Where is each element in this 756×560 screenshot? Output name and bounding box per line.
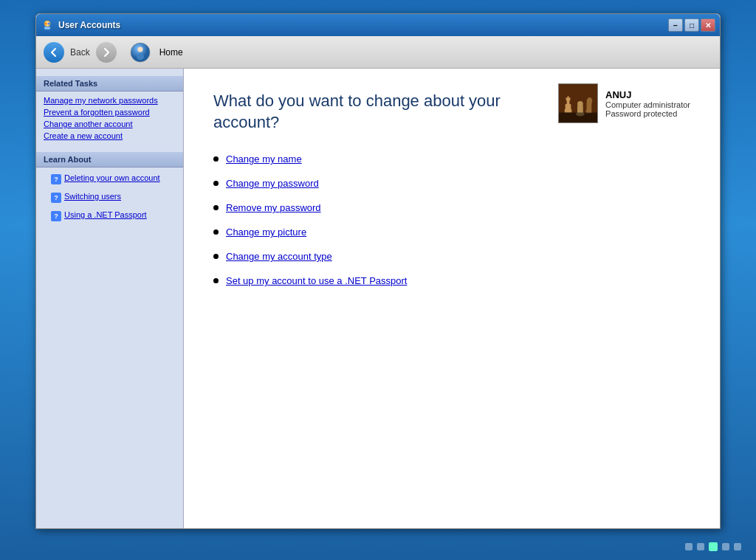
learn-item-2: ? Switching users — [44, 190, 176, 204]
nav-bar: Back Home — [36, 36, 720, 69]
svg-point-5 — [137, 46, 142, 52]
svg-point-17 — [577, 101, 583, 107]
home-label: Home — [159, 47, 183, 58]
window-icon — [41, 18, 54, 32]
user-accounts-window: User Accounts − □ ✕ Back — [35, 13, 721, 529]
close-button[interactable]: ✕ — [701, 18, 715, 32]
related-tasks-section: Related Tasks Manage my network password… — [36, 76, 183, 145]
learn-about-header: Learn About — [36, 152, 183, 167]
option-item-6: Set up my account to use a .NET Passport — [213, 275, 690, 286]
option-item-2: Change my password — [213, 178, 690, 189]
user-name: ANUJ — [605, 89, 690, 100]
dot-2 — [697, 543, 704, 550]
learn-item-3: ? Using a .NET Passport — [44, 209, 176, 223]
svg-rect-22 — [559, 113, 597, 122]
bullet-6 — [213, 278, 219, 283]
user-avatar — [558, 83, 598, 123]
help-icon-2: ? — [51, 193, 61, 203]
related-tasks-header: Related Tasks — [36, 76, 183, 91]
home-button[interactable] — [130, 42, 151, 63]
deleting-account-link[interactable]: Deleting your own account — [64, 173, 160, 182]
dot-3-active — [709, 542, 718, 551]
help-icon-3: ? — [51, 211, 61, 221]
svg-point-3 — [48, 23, 50, 25]
dot-5 — [734, 543, 741, 550]
change-picture-link[interactable]: Change my picture — [226, 227, 306, 238]
dot-4 — [722, 543, 729, 550]
svg-rect-14 — [566, 97, 571, 99]
window-controls: − □ ✕ — [668, 18, 715, 32]
option-item-5: Change my account type — [213, 251, 690, 262]
help-icon-1: ? — [51, 174, 61, 184]
back-label: Back — [70, 47, 90, 58]
svg-rect-11 — [567, 100, 570, 106]
user-details: ANUJ Computer administrator Password pro… — [605, 89, 690, 118]
net-passport-link[interactable]: Using a .NET Passport — [64, 210, 147, 219]
forward-button[interactable] — [96, 42, 117, 63]
change-password-link[interactable]: Change my password — [226, 178, 319, 189]
bullet-5 — [213, 254, 219, 259]
related-tasks-links: Manage my network passwords Prevent a fo… — [36, 91, 183, 145]
user-status: Password protected — [605, 109, 690, 118]
bullet-2 — [213, 181, 219, 186]
user-role: Computer administrator — [605, 100, 690, 109]
create-new-account-link[interactable]: Create a new account — [44, 131, 176, 140]
taskbar-dots — [685, 542, 741, 551]
svg-rect-1 — [44, 27, 50, 30]
learn-item-1: ? Deleting your own account — [44, 172, 176, 186]
user-info-box: ANUJ Computer administrator Password pro… — [558, 83, 690, 123]
change-name-link[interactable]: Change my name — [226, 153, 302, 165]
learn-about-links: ? Deleting your own account ? Switching … — [36, 167, 183, 227]
setup-net-passport-link[interactable]: Set up my account to use a .NET Passport — [226, 275, 407, 286]
dot-1 — [685, 543, 693, 550]
svg-point-2 — [45, 23, 47, 25]
window-title: User Accounts — [58, 20, 668, 30]
bullet-4 — [213, 229, 219, 235]
remove-password-link[interactable]: Remove my password — [226, 202, 321, 213]
bullet-3 — [213, 205, 219, 210]
prevent-forgotten-password-link[interactable]: Prevent a forgotten password — [44, 108, 176, 117]
manage-network-passwords-link[interactable]: Manage my network passwords — [44, 96, 176, 105]
bullet-1 — [213, 156, 219, 162]
title-bar: User Accounts − □ ✕ — [36, 14, 720, 36]
left-panel: Related Tasks Manage my network password… — [36, 69, 184, 528]
main-content: ANUJ Computer administrator Password pro… — [184, 69, 720, 528]
restore-button[interactable]: □ — [684, 18, 699, 32]
switching-users-link[interactable]: Switching users — [64, 192, 121, 201]
content-area: Related Tasks Manage my network password… — [36, 69, 720, 528]
option-item-1: Change my name — [213, 153, 690, 165]
option-item-4: Change my picture — [213, 227, 690, 238]
options-list: Change my name Change my password Remove… — [213, 153, 690, 286]
back-button[interactable] — [44, 42, 64, 63]
svg-rect-21 — [588, 97, 592, 103]
change-account-type-link[interactable]: Change my account type — [226, 251, 332, 262]
change-another-account-link[interactable]: Change another account — [44, 120, 176, 128]
learn-about-section: Learn About ? Deleting your own account … — [36, 152, 183, 227]
minimize-button[interactable]: − — [668, 18, 683, 32]
svg-point-6 — [137, 54, 144, 60]
option-item-3: Remove my password — [213, 202, 690, 213]
